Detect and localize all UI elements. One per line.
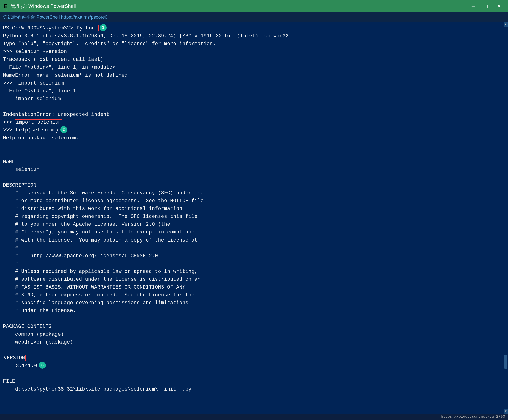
- terminal-line-webdriver: webdriver (package): [3, 338, 505, 346]
- terminal-line-desc16: # under the License.: [3, 307, 505, 315]
- terminal-line-help-selenium: >>> help(selenium)2: [3, 127, 505, 134]
- terminal-line-file-stdin: File "<stdin>", line 1, in <module>: [3, 64, 505, 71]
- badge-3: 3: [39, 362, 46, 369]
- terminal-line-version-value: 3.141.03: [3, 362, 505, 370]
- status-url: https://blog.csdn.net/qq_2700: [441, 415, 505, 419]
- title-bar: 🖥 管理员: Windows PowerShell ─ □ ✕: [0, 0, 508, 12]
- terminal-line-version-header: VERSION: [3, 354, 505, 362]
- terminal-line-file-stdin2: File "<stdin>", line 1: [3, 87, 505, 95]
- terminal-line-desc6: # “License”); you may not use this file …: [3, 228, 505, 236]
- terminal-line-desc13: # “AS IS” BASIS, WITHOUT WARRANTIES OR C…: [3, 284, 505, 291]
- terminal-line-file-path: d:\sets\python38-32\lib\site-packages\se…: [3, 385, 505, 393]
- terminal-line-blank3: [3, 150, 505, 158]
- terminal-line-desc4: # regarding copyright ownership. The SFC…: [3, 213, 505, 221]
- terminal-line-package-contents: PACKAGE CONTENTS: [3, 323, 505, 331]
- terminal-line-blank7: [3, 370, 505, 378]
- terminal-body[interactable]: PS C:\WINDOWS\system32> Python 1 Python …: [0, 22, 508, 413]
- python-highlight: Python: [73, 25, 99, 31]
- scroll-down-arrow[interactable]: ▼: [504, 409, 508, 413]
- terminal-line-indentation-error: IndentationError: unexpected indent: [3, 111, 505, 119]
- badge-2: 2: [60, 126, 67, 133]
- version-number-highlight: 3.141.0: [15, 363, 38, 369]
- terminal-line-nameerror: NameError: name 'selenium' is not define…: [3, 72, 505, 79]
- terminal-line-selenium-version: >>> selenium -version: [3, 48, 505, 56]
- terminal-line-common: common (package): [3, 331, 505, 338]
- powershell-window: 🖥 管理员: Windows PowerShell ─ □ ✕ 尝试新的跨平台 …: [0, 0, 508, 420]
- terminal-line-blank4: [3, 174, 505, 181]
- terminal-line-desc15: # specific language governing permission…: [3, 299, 505, 307]
- terminal-line-desc1: # Licensed to the Software Freedom Conse…: [3, 189, 505, 197]
- terminal-line-typehelp: Type "help", "copyright", "credits" or "…: [3, 40, 505, 48]
- window-controls: ─ □ ✕: [467, 2, 505, 10]
- import-selenium-highlight: import selenium: [15, 119, 62, 126]
- terminal-line-blank5: [3, 315, 505, 322]
- window-title: 管理员: Windows PowerShell: [10, 3, 467, 10]
- terminal-line-name-selenium: selenium: [3, 166, 505, 174]
- terminal-line-desc10: #: [3, 260, 505, 268]
- help-selenium-highlight: help(selenium): [15, 127, 59, 133]
- maximize-button[interactable]: □: [480, 2, 492, 10]
- terminal-line-blank6: [3, 346, 505, 354]
- terminal-line-desc11: # Unless required by applicable law or a…: [3, 268, 505, 276]
- badge-1: 1: [100, 24, 107, 31]
- terminal-line-blank1: [3, 103, 505, 111]
- terminal-line-desc14: # KIND, either express or implied. See t…: [3, 291, 505, 299]
- terminal-line-import-selenium: >>> import selenium: [3, 119, 505, 127]
- toolbar-hint: 尝试新的跨平台 PowerShell https://aka.ms/pscore…: [0, 12, 508, 22]
- scroll-up-arrow[interactable]: ▲: [504, 22, 508, 27]
- minimize-button[interactable]: ─: [467, 2, 479, 10]
- scrollbar[interactable]: ▲ ▼: [504, 22, 508, 413]
- terminal-line-desc8: #: [3, 244, 505, 252]
- window-icon: 🖥: [3, 3, 8, 9]
- terminal-line-desc7: # with the License. You may obtain a cop…: [3, 236, 505, 244]
- terminal-line-help-on: Help on package selenium:: [3, 134, 505, 142]
- terminal-line-prompt: PS C:\WINDOWS\system32> Python 1: [3, 24, 505, 32]
- terminal-line-desc12: # software distributed under the License…: [3, 276, 505, 284]
- terminal-line-traceback: Traceback (most recent call last):: [3, 56, 505, 64]
- terminal-line-desc3: # distributed with this work for additio…: [3, 205, 505, 213]
- status-bar: https://blog.csdn.net/qq_2700: [0, 413, 508, 420]
- terminal-line-desc2: # or more contributor license agreements…: [3, 197, 505, 205]
- close-button[interactable]: ✕: [493, 2, 505, 10]
- terminal-line-blank2: [3, 142, 505, 150]
- terminal-line-import-attempt: >>> import selenium: [3, 79, 505, 87]
- terminal-line-name-header: NAME: [3, 158, 505, 166]
- terminal-line-desc5: # to you under the Apache License, Versi…: [3, 221, 505, 228]
- terminal-line-python-version: Python 3.8.1 (tags/v3.8.1:1b293b6, Dec 1…: [3, 32, 505, 40]
- version-highlight: VERSION: [3, 355, 26, 361]
- terminal-line-import-indent: import selenium: [3, 95, 505, 103]
- scroll-thumb[interactable]: [504, 355, 507, 369]
- terminal-line-description-header: DESCRIPTION: [3, 181, 505, 189]
- terminal-line-file-header: FILE: [3, 378, 505, 385]
- terminal-line-desc9: # http://www.apache.org/licenses/LICENSE…: [3, 252, 505, 260]
